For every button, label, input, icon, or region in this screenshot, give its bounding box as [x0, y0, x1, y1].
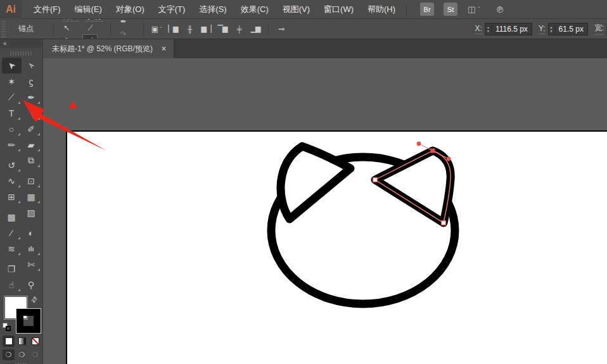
- vertical-align-top-icon[interactable]: ▔▆: [215, 23, 230, 35]
- align-buttons: ▏▆╫▆▕▔▆╪▁▆: [165, 23, 264, 35]
- menu-item[interactable]: 帮助(H): [361, 4, 402, 15]
- swap-fill-stroke-icon[interactable]: ⇄: [29, 294, 40, 305]
- main-area: « ➤➢✶ϛ⟋✒T╲○✐✏▰↺⧉∿⊡⊞▦▩▨∕◐≋ılı❐✄☝⚲ ⇄ ❍❍❍ 未…: [0, 39, 607, 364]
- menu-item[interactable]: 文件(F): [27, 4, 68, 15]
- menu-item[interactable]: 效果(C): [234, 4, 276, 15]
- chevron-down-icon[interactable]: ˇ: [478, 6, 480, 13]
- canvas-pasteboard[interactable]: [43, 58, 607, 364]
- menu-items: 文件(F)编辑(E)对象(O)文字(T)选择(S)效果(C)视图(V)窗口(W)…: [27, 4, 402, 15]
- document-tab-title: 未标题-1* @ 52% (RGB/预览): [52, 44, 153, 54]
- width-tool[interactable]: ∿: [2, 173, 22, 189]
- y-label: Y:: [539, 24, 546, 34]
- artboard-options-button[interactable]: ▣ ˇ: [149, 23, 164, 35]
- direct-selection-tool[interactable]: ➢: [22, 58, 41, 73]
- horizontal-align-right-icon[interactable]: ▆▕: [198, 23, 214, 35]
- toolbox-grip[interactable]: [10, 51, 33, 56]
- y-stepper[interactable]: ▴▾: [549, 25, 555, 33]
- horizontal-align-center-icon[interactable]: ╫: [182, 23, 197, 35]
- pen-tool-icon: ⟋: [8, 92, 15, 103]
- mesh-tool[interactable]: ▩: [2, 209, 22, 225]
- slice-tool[interactable]: ✄: [22, 256, 41, 272]
- close-icon[interactable]: ×: [162, 44, 166, 53]
- collapse-panel-button[interactable]: «: [0, 39, 42, 48]
- menu-item[interactable]: 文字(T): [151, 4, 193, 15]
- y-field[interactable]: ▴▾ 61.5 px: [548, 23, 588, 35]
- illustrator-window: { "colors": { "ui_bg": "#4c4c4c", "press…: [0, 0, 607, 364]
- gradient-tool-icon: ▨: [27, 208, 35, 218]
- y-value[interactable]: 61.5 px: [555, 25, 587, 34]
- menu-item[interactable]: 选择(S): [192, 4, 233, 15]
- document-tab[interactable]: 未标题-1* @ 52% (RGB/预览) ×: [43, 39, 174, 58]
- curvature-pen-tool[interactable]: ✒: [22, 89, 41, 105]
- scale-tool[interactable]: ⧉: [22, 153, 41, 168]
- default-fill-stroke-icon[interactable]: [3, 323, 11, 331]
- perspective-grid-tool-icon: ▦: [27, 192, 35, 202]
- menu-item[interactable]: 编辑(E): [68, 4, 109, 15]
- cs-live-power-icon[interactable]: ℗: [497, 4, 503, 15]
- menu-item[interactable]: 窗口(W): [317, 4, 361, 15]
- column-graph-tool[interactable]: ılı: [22, 241, 41, 256]
- selection-tool[interactable]: ➤: [2, 58, 22, 73]
- x-value[interactable]: 1116.5 px: [492, 25, 532, 34]
- menu-bar: Ai 文件(F)编辑(E)对象(O)文字(T)选择(S)效果(C)视图(V)窗口…: [0, 0, 607, 19]
- menu-item[interactable]: 对象(O): [109, 4, 151, 15]
- control-bar-grip[interactable]: [1, 21, 6, 37]
- anchor-point[interactable]: [442, 221, 446, 225]
- paintbrush-tool[interactable]: ✐: [22, 121, 41, 137]
- shape-builder-tool[interactable]: ⊞: [2, 189, 22, 204]
- free-transform-tool[interactable]: ⊡: [22, 173, 41, 189]
- pencil-tool[interactable]: ✏: [2, 137, 22, 153]
- stock-button[interactable]: St: [444, 3, 457, 16]
- cat-artwork[interactable]: [43, 58, 607, 364]
- draw-behind-mode[interactable]: ❍: [16, 349, 28, 360]
- pen-tool[interactable]: ⟋: [2, 89, 22, 105]
- isolate-selected-object-button[interactable]: ⊸: [274, 23, 289, 35]
- draw-normal-mode[interactable]: ❍: [3, 349, 15, 360]
- line-segment-tool-icon: ╲: [29, 108, 34, 118]
- color-button[interactable]: [3, 336, 15, 347]
- connect-path-icon[interactable]: ↷: [116, 28, 131, 39]
- gradient-button[interactable]: [16, 336, 28, 347]
- handles-label: 手柄:: [86, 19, 103, 22]
- type-tool[interactable]: T: [2, 105, 22, 121]
- eyedropper-tool[interactable]: ∕: [2, 225, 22, 241]
- column-graph-tool-icon: ılı: [28, 245, 34, 253]
- vertical-align-center-icon[interactable]: ╪: [231, 23, 246, 35]
- artboard-tool[interactable]: ❐: [2, 261, 22, 277]
- fill-stroke-controls: ⇄ ❍❍❍: [0, 294, 42, 364]
- gradient-tool[interactable]: ▨: [22, 204, 41, 220]
- remove-anchor-icon[interactable]: ✒: [116, 19, 131, 28]
- handle-point[interactable]: [447, 157, 451, 161]
- ellipse-tool[interactable]: ○: [2, 121, 22, 137]
- convert-label: 转换:: [62, 19, 79, 22]
- symbol-sprayer-tool[interactable]: ≋: [2, 241, 22, 256]
- vertical-align-bottom-icon[interactable]: ▁▆: [248, 23, 263, 35]
- anchor-point-selected[interactable]: [431, 149, 435, 153]
- anchor-point[interactable]: [373, 178, 378, 182]
- magic-wand-tool[interactable]: ✶: [2, 73, 22, 89]
- hide-handles-icon[interactable]: ⟋: [82, 34, 98, 39]
- blend-tool[interactable]: ◐: [22, 225, 41, 241]
- rotate-tool[interactable]: ↺: [2, 157, 22, 173]
- bridge-button[interactable]: Br: [420, 3, 434, 16]
- zoom-tool[interactable]: ⚲: [22, 277, 41, 292]
- show-handles-icon[interactable]: ⟋: [82, 22, 98, 34]
- perspective-grid-tool[interactable]: ▦: [22, 189, 41, 204]
- lasso-tool[interactable]: ϛ: [22, 73, 41, 89]
- slice-tool-icon: ✄: [27, 260, 35, 270]
- hand-tool[interactable]: ☝: [2, 277, 22, 292]
- draw-inside-mode[interactable]: ❍: [29, 349, 41, 360]
- horizontal-align-left-icon[interactable]: ▏▆: [165, 23, 181, 35]
- convert-to-corner-icon[interactable]: ↖: [59, 22, 74, 34]
- convert-anchor-group: 转换:↖◠: [58, 19, 82, 39]
- stroke-color-swatch[interactable]: [16, 309, 41, 333]
- handle-point[interactable]: [417, 142, 421, 146]
- x-stepper[interactable]: ▴▾: [485, 25, 492, 33]
- line-segment-tool[interactable]: ╲: [22, 105, 41, 121]
- convert-to-smooth-icon[interactable]: ◠: [59, 34, 74, 39]
- x-field[interactable]: ▴▾ 1116.5 px: [485, 23, 532, 35]
- workspace-switcher-icon[interactable]: ◫: [468, 4, 475, 14]
- none-button[interactable]: [29, 336, 41, 347]
- menu-item[interactable]: 视图(V): [276, 4, 317, 15]
- eraser-tool[interactable]: ▰: [22, 137, 41, 153]
